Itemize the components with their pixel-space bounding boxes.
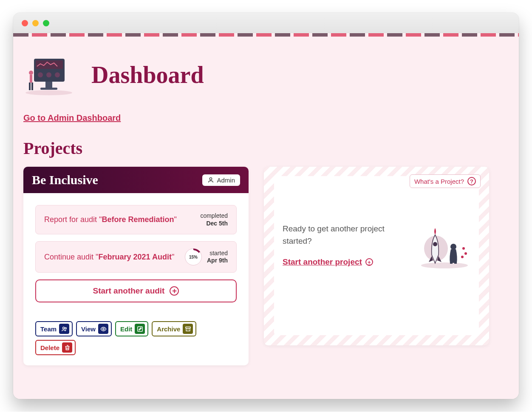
archive-button[interactable]: Archive xyxy=(152,321,196,336)
project-card: Be Inclusive Admin Report for audit "Bef… xyxy=(23,167,249,365)
project-name: Be Inclusive xyxy=(32,173,98,187)
svg-point-0 xyxy=(25,90,72,95)
svg-rect-7 xyxy=(40,88,57,90)
edit-button[interactable]: Edit xyxy=(115,321,148,336)
browser-window: Dashboard Go to Admin Dashboard Projects… xyxy=(13,13,519,399)
rocket-illustration xyxy=(417,223,472,270)
svg-point-24 xyxy=(462,247,465,250)
plus-circle-icon: + xyxy=(365,258,373,266)
svg-point-4 xyxy=(46,72,51,77)
start-project-label: Start another project xyxy=(283,257,362,267)
header-stripe xyxy=(13,33,519,37)
svg-rect-11 xyxy=(31,83,33,90)
svg-rect-10 xyxy=(29,83,31,90)
plus-circle-icon: + xyxy=(170,286,179,296)
audit-row-continue[interactable]: Continue audit "February 2021 Audit" 15%… xyxy=(35,241,237,273)
svg-point-20 xyxy=(433,242,437,246)
svg-rect-9 xyxy=(30,75,32,83)
audit-title: Report for audit "Before Remediation" xyxy=(44,214,195,225)
dashboard-illustration xyxy=(23,54,74,96)
team-button[interactable]: Team xyxy=(35,321,73,336)
page-title: Dashboard xyxy=(91,61,204,88)
start-audit-label: Start another audit xyxy=(93,286,165,296)
svg-point-26 xyxy=(461,256,464,258)
svg-point-18 xyxy=(421,262,468,268)
maximize-window-dot[interactable] xyxy=(43,20,49,26)
trash-icon xyxy=(62,342,72,353)
audit-meta: completed Dec 5th xyxy=(200,212,228,227)
window-titlebar xyxy=(13,13,519,33)
progress-percent: 15% xyxy=(189,255,198,259)
svg-rect-17 xyxy=(186,327,190,328)
svg-point-5 xyxy=(55,72,60,77)
delete-button[interactable]: Delete xyxy=(35,340,76,355)
archive-icon xyxy=(183,324,193,334)
new-project-card: What's a Project? ? Ready to get another… xyxy=(264,167,489,345)
start-audit-button[interactable]: Start another audit + xyxy=(35,279,237,302)
project-card-header: Be Inclusive Admin xyxy=(23,167,249,193)
svg-rect-22 xyxy=(450,257,453,264)
whats-a-project-button[interactable]: What's a Project? ? xyxy=(410,174,481,188)
audit-meta: started Apr 9th xyxy=(207,250,228,265)
user-icon xyxy=(207,177,214,183)
projects-heading: Projects xyxy=(23,138,509,158)
role-badge-label: Admin xyxy=(217,177,235,184)
progress-ring: 15% xyxy=(185,248,202,265)
start-project-link[interactable]: Start another project + xyxy=(283,257,373,267)
role-badge: Admin xyxy=(202,174,240,186)
pencil-icon xyxy=(135,324,145,334)
page-header: Dashboard xyxy=(23,54,509,96)
svg-point-14 xyxy=(65,327,66,329)
svg-point-13 xyxy=(62,327,64,328)
close-window-dot[interactable] xyxy=(22,20,28,26)
svg-point-25 xyxy=(464,252,467,255)
svg-point-21 xyxy=(450,244,456,250)
eye-icon xyxy=(98,324,108,334)
svg-point-12 xyxy=(210,178,212,180)
help-label: What's a Project? xyxy=(414,178,464,185)
svg-point-3 xyxy=(38,72,43,77)
svg-rect-6 xyxy=(45,82,52,88)
view-button[interactable]: View xyxy=(76,321,112,336)
question-circle-icon: ? xyxy=(467,177,476,185)
team-icon xyxy=(59,324,69,334)
app-content: Dashboard Go to Admin Dashboard Projects… xyxy=(13,33,519,399)
svg-point-8 xyxy=(29,71,33,75)
svg-rect-23 xyxy=(454,257,457,264)
svg-point-15 xyxy=(102,328,104,330)
ready-text: Ready to get another project started? xyxy=(283,223,410,247)
minimize-window-dot[interactable] xyxy=(32,20,39,26)
audit-row-report[interactable]: Report for audit "Before Remediation" co… xyxy=(35,205,237,234)
audit-title: Continue audit "February 2021 Audit" xyxy=(44,252,180,262)
admin-dashboard-link[interactable]: Go to Admin Dashboard xyxy=(23,113,121,123)
project-actions: Team View Edit xyxy=(23,321,249,365)
svg-rect-16 xyxy=(138,326,142,331)
